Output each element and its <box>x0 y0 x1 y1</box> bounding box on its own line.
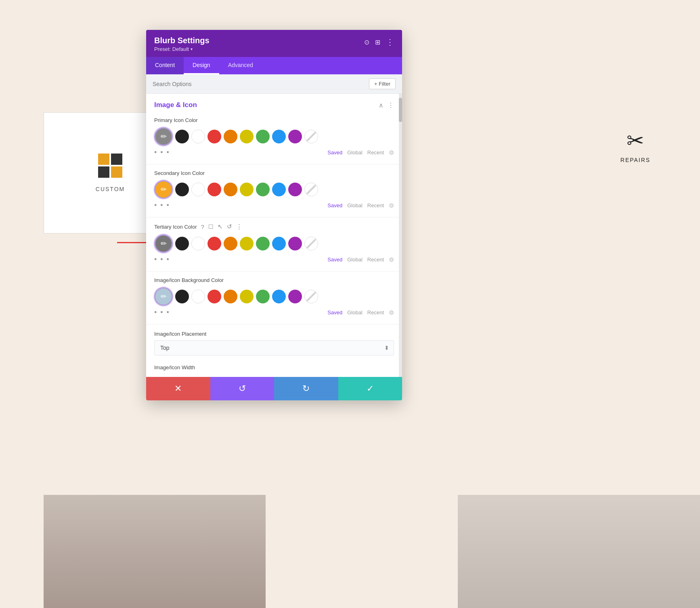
secondary-icon-color-section: Secondary Icon Color ✏ • • • Saved <box>146 166 402 215</box>
bg-eyedropper-swatch[interactable]: ✏ <box>154 287 173 306</box>
primary-eyedropper-icon: ✏ <box>161 132 167 141</box>
secondary-swatch-yellow[interactable] <box>240 183 254 196</box>
tertiary-swatch-yellow[interactable] <box>240 237 254 250</box>
placement-select[interactable]: Top Left Right Bottom <box>154 340 394 356</box>
tertiary-cursor-icon[interactable]: ↖ <box>218 223 223 230</box>
filter-button[interactable]: + Filter <box>369 78 396 89</box>
tertiary-reset-icon[interactable]: ↺ <box>227 223 232 230</box>
placement-select-wrapper: Top Left Right Bottom <box>154 340 394 356</box>
primary-gear-icon[interactable]: ⚙ <box>389 149 394 156</box>
primary-swatch-blue[interactable] <box>272 130 286 143</box>
primary-eyedropper-swatch[interactable]: ✏ <box>154 127 173 146</box>
primary-saved-link[interactable]: Saved <box>327 149 342 156</box>
tertiary-swatch-orange[interactable] <box>224 237 237 250</box>
primary-swatch-white[interactable] <box>191 130 205 143</box>
section-title: Image & Icon <box>154 101 197 109</box>
primary-global-link[interactable]: Global <box>347 149 363 156</box>
more-options-icon[interactable]: ⋮ <box>386 37 394 47</box>
primary-swatch-black[interactable] <box>175 130 189 143</box>
primary-swatch-purple[interactable] <box>288 130 302 143</box>
bg-swatch-purple[interactable] <box>288 290 302 303</box>
secondary-color-meta: • • • Saved Global Recent ⚙ <box>154 199 394 213</box>
bg-swatch-orange[interactable] <box>224 290 237 303</box>
primary-swatch-none[interactable] <box>304 130 318 143</box>
bg-bottom-right <box>458 495 700 608</box>
tertiary-gear-icon[interactable]: ⚙ <box>389 256 394 263</box>
collapse-icon[interactable]: ∧ <box>379 101 384 109</box>
bg-color-row: ✏ <box>154 287 394 306</box>
tertiary-swatch-none[interactable] <box>304 237 318 250</box>
primary-swatch-red[interactable] <box>207 130 221 143</box>
bg-recent-link[interactable]: Recent <box>367 309 384 316</box>
modal-preset[interactable]: Preset: Default ▾ <box>154 46 210 52</box>
secondary-global-link[interactable]: Global <box>347 202 363 208</box>
tertiary-swatch-black[interactable] <box>175 237 189 250</box>
tertiary-swatch-red[interactable] <box>207 237 221 250</box>
save-button[interactable]: ✓ <box>338 377 402 400</box>
secondary-recent-link[interactable]: Recent <box>367 202 384 208</box>
tertiary-eyedropper-swatch[interactable]: ✏ <box>154 234 173 253</box>
secondary-swatch-none[interactable] <box>304 183 318 196</box>
placement-label: Image/Icon Placement <box>154 331 394 337</box>
search-bar: + Filter <box>146 74 402 94</box>
section-more-icon[interactable]: ⋮ <box>388 101 394 109</box>
custom-label: CUSTOM <box>96 186 125 192</box>
secondary-swatch-blue[interactable] <box>272 183 286 196</box>
grid-icon[interactable]: ⊞ <box>375 38 380 46</box>
bg-swatch-black[interactable] <box>175 290 189 303</box>
fullscreen-icon[interactable]: ⊙ <box>364 38 369 46</box>
bg-swatch-white[interactable] <box>191 290 205 303</box>
tertiary-saved-link[interactable]: Saved <box>327 257 342 263</box>
primary-swatch-green[interactable] <box>256 130 270 143</box>
primary-swatch-yellow[interactable] <box>240 130 254 143</box>
redo-button[interactable]: ↻ <box>274 377 338 400</box>
tab-design[interactable]: Design <box>184 57 219 74</box>
bg-swatch-red[interactable] <box>207 290 221 303</box>
secondary-eyedropper-swatch[interactable]: ✏ <box>154 180 173 199</box>
bg-swatch-yellow[interactable] <box>240 290 254 303</box>
tertiary-swatch-green[interactable] <box>256 237 270 250</box>
tertiary-global-link[interactable]: Global <box>347 257 363 263</box>
modal-tabs: Content Design Advanced <box>146 57 402 74</box>
secondary-swatch-black[interactable] <box>175 183 189 196</box>
primary-swatch-orange[interactable] <box>224 130 237 143</box>
modal-title-group: Blurb Settings Preset: Default ▾ <box>154 36 210 52</box>
tab-content[interactable]: Content <box>146 57 184 74</box>
secondary-color-label: Secondary Icon Color <box>154 170 394 176</box>
tab-advanced[interactable]: Advanced <box>219 57 262 74</box>
secondary-swatch-red[interactable] <box>207 183 221 196</box>
tertiary-more-icon[interactable]: ⋮ <box>236 223 242 230</box>
tertiary-swatch-white[interactable] <box>191 237 205 250</box>
secondary-color-row: ✏ <box>154 180 394 199</box>
tertiary-recent-link[interactable]: Recent <box>367 257 384 263</box>
bg-global-link[interactable]: Global <box>347 309 363 316</box>
divider-4 <box>146 324 402 324</box>
secondary-dots-indicator: • • • <box>154 201 170 210</box>
bg-gear-icon[interactable]: ⚙ <box>389 309 394 316</box>
tertiary-device-icon[interactable]: ☐ <box>208 223 214 230</box>
bg-saved-link[interactable]: Saved <box>327 309 342 316</box>
secondary-gear-icon[interactable]: ⚙ <box>389 202 394 209</box>
tertiary-help-icon[interactable]: ? <box>201 223 204 230</box>
bg-color-label: Image/Icon Background Color <box>154 277 394 283</box>
modal-header-icons: ⊙ ⊞ ⋮ <box>364 37 394 47</box>
bg-bottom-left <box>44 495 266 608</box>
scrollbar[interactable] <box>399 94 402 377</box>
bg-swatch-blue[interactable] <box>272 290 286 303</box>
divider-1 <box>146 164 402 164</box>
bg-swatch-none[interactable] <box>304 290 318 303</box>
primary-recent-link[interactable]: Recent <box>367 149 384 156</box>
tertiary-swatch-purple[interactable] <box>288 237 302 250</box>
repairs-label: REPAIRS <box>620 157 650 163</box>
bg-swatch-green[interactable] <box>256 290 270 303</box>
secondary-swatch-green[interactable] <box>256 183 270 196</box>
cancel-button[interactable]: ✕ <box>146 377 210 400</box>
secondary-swatch-orange[interactable] <box>224 183 237 196</box>
undo-button[interactable]: ↺ <box>210 377 275 400</box>
search-input[interactable] <box>153 81 369 87</box>
tertiary-label-row: Tertiary Icon Color ? ☐ ↖ ↺ ⋮ <box>154 223 394 230</box>
tertiary-swatch-blue[interactable] <box>272 237 286 250</box>
secondary-swatch-white[interactable] <box>191 183 205 196</box>
secondary-saved-link[interactable]: Saved <box>327 202 342 208</box>
secondary-swatch-purple[interactable] <box>288 183 302 196</box>
